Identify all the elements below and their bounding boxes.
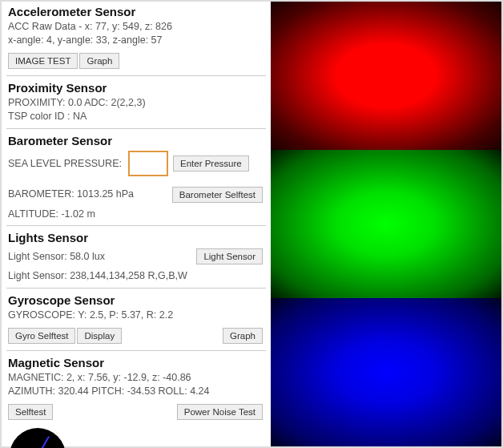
acc-raw: ACC Raw Data - x: 77, y: 549, z: 826: [8, 20, 264, 34]
magnetic-title: Magnetic Sensor: [2, 353, 271, 371]
lights-title: Lights Sensor: [2, 228, 271, 246]
magnetic-line: MAGNETIC: 2, x: 7.56, y: -12.9, z: -40.8…: [8, 371, 264, 385]
green-test-area: [271, 150, 501, 298]
gyro-title: Gyroscope Sensor: [2, 290, 271, 309]
proximity-line: PROXIMITY: 0.0 ADC: 2(2,2,3): [8, 96, 264, 110]
blue-test-area: [271, 298, 501, 446]
gyro-graph-button[interactable]: Graph: [223, 328, 263, 344]
color-test-panel: [271, 2, 501, 446]
gyro-selftest-button[interactable]: Gyro Selftest: [8, 328, 75, 344]
barometer-selftest-button[interactable]: Barometer Selftest: [172, 187, 263, 203]
altitude-reading: ALTITUDE: -1.02 m: [8, 208, 264, 221]
image-test-button[interactable]: IMAGE TEST: [8, 53, 78, 69]
acc-graph-button[interactable]: Graph: [79, 53, 119, 69]
accelerometer-title: Accelerometer Sensor: [2, 2, 271, 20]
compass-needle: [37, 436, 50, 448]
proximity-title: Proximity Sensor: [2, 78, 271, 96]
barometer-reading: BAROMETER: 1013.25 hPa: [8, 188, 134, 201]
light-sensor-button[interactable]: Light Sensor: [196, 248, 263, 264]
magnetic-selftest-button[interactable]: Selftest: [8, 404, 53, 420]
power-noise-button[interactable]: Power Noise Test: [177, 404, 263, 420]
light-rgbw: Light Sensor: 238,144,134,258 R,G,B,W: [8, 269, 264, 283]
proximity-tsp: TSP color ID : NA: [8, 110, 264, 123]
acc-angle: x-angle: 4, y-angle: 33, z-angle: 57: [8, 34, 264, 47]
light-lux: Light Sensor: 58.0 lux: [8, 250, 105, 264]
gyro-line: GYROSCOPE: Y: 2.5, P: 5.37, R: 2.2: [8, 309, 264, 322]
red-test-area: [271, 2, 501, 150]
sea-level-label: SEA LEVEL PRESSURE:: [8, 158, 122, 169]
barometer-title: Barometer Sensor: [2, 131, 271, 149]
gyro-display-button[interactable]: Display: [77, 328, 122, 344]
sea-level-input[interactable]: [128, 151, 168, 176]
sensor-panel: Accelerometer Sensor ACC Raw Data - x: 7…: [2, 2, 271, 446]
magnetic-orient: AZIMUTH: 320.44 PITCH: -34.53 ROLL: 4.24: [8, 385, 264, 398]
enter-pressure-button[interactable]: Enter Pressure: [173, 155, 249, 172]
compass-icon: 3: [10, 428, 66, 448]
